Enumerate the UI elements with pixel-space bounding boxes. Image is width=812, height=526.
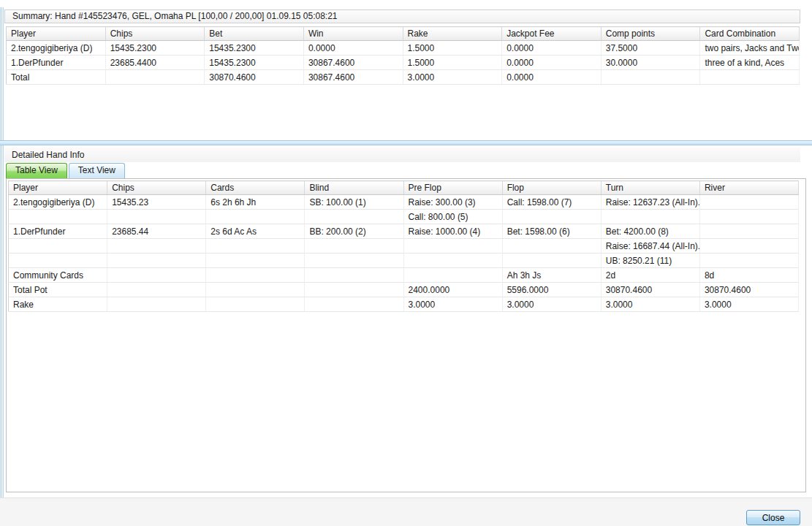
table-cell: 6s 2h 6h Jh xyxy=(206,195,305,210)
table-cell: 2.tengogigiberiya (D) xyxy=(7,41,106,56)
table-cell: 0.0000 xyxy=(502,70,602,85)
column-header[interactable]: Cards xyxy=(206,181,305,195)
table-row[interactable]: Total30870.460030867.46003.00000.0000 xyxy=(7,70,800,85)
table-cell xyxy=(699,195,798,210)
tab-text-view[interactable]: Text View xyxy=(69,163,125,178)
table-cell: 8d xyxy=(699,268,798,283)
column-header[interactable]: Pre Flop xyxy=(403,181,502,195)
table-cell: 3.0000 xyxy=(601,297,699,312)
table-row[interactable]: Community CardsAh 3h Js2d8d xyxy=(9,268,799,283)
table-cell: 15435.23 xyxy=(107,195,206,210)
table-cell: Bet: 1598.00 (6) xyxy=(502,224,601,239)
table-cell: Raise: 12637.23 (All-In)... xyxy=(601,195,699,210)
table-cell xyxy=(502,210,601,224)
table-row[interactable]: UB: 8250.21 (11) xyxy=(9,254,799,268)
table-cell xyxy=(305,239,403,254)
column-header[interactable]: Comp points xyxy=(601,27,700,41)
table-cell: Call: 800.00 (5) xyxy=(403,210,502,224)
table-cell: 1.5000 xyxy=(403,41,502,56)
table-cell: 0.0000 xyxy=(502,56,602,70)
table-cell xyxy=(502,254,601,268)
column-header[interactable]: Jackpot Fee xyxy=(502,27,602,41)
table-cell xyxy=(403,239,502,254)
table-cell: BB: 200.00 (2) xyxy=(305,224,403,239)
table-cell xyxy=(107,297,206,312)
table-cell: 2400.0000 xyxy=(403,283,502,297)
table-cell xyxy=(107,283,206,297)
table-cell: 3.0000 xyxy=(403,70,502,85)
table-cell xyxy=(403,268,502,283)
table-cell xyxy=(305,254,403,268)
table-cell: Ah 3h Js xyxy=(502,268,601,283)
table-cell: Total xyxy=(7,70,106,85)
table-cell: 30870.4600 xyxy=(205,70,304,85)
column-header[interactable]: Player xyxy=(9,181,107,195)
table-cell: SB: 100.00 (1) xyxy=(305,195,403,210)
table-cell xyxy=(206,297,305,312)
table-row[interactable]: 2.tengogigiberiya (D)15435.230015435.230… xyxy=(7,41,800,56)
table-cell: Total Pot xyxy=(9,283,107,297)
table-cell: 1.DerPfunder xyxy=(7,56,106,70)
table-cell: 30.0000 xyxy=(601,56,700,70)
close-button[interactable]: Close xyxy=(746,510,800,525)
column-header[interactable]: Chips xyxy=(105,27,205,41)
table-cell: 30867.4600 xyxy=(303,56,403,70)
column-header[interactable]: Blind xyxy=(305,181,403,195)
table-row[interactable]: Raise: 16687.44 (All-In)... xyxy=(9,239,799,254)
table-cell: Community Cards xyxy=(9,268,107,283)
table-row[interactable]: 1.DerPfunder23685.442s 6d Ac AsBB: 200.0… xyxy=(9,224,799,239)
table-cell xyxy=(305,268,403,283)
detail-panel-title: Detailed Hand Info xyxy=(4,148,800,162)
table-cell: 0.0000 xyxy=(502,41,602,56)
summary-title: Summary: Hand #145523476, GEL, Omaha PL … xyxy=(4,9,800,23)
table-cell: 2s 6d Ac As xyxy=(206,224,305,239)
table-cell: 23685.44 xyxy=(107,224,206,239)
column-header[interactable]: Flop xyxy=(502,181,601,195)
detail-table: PlayerChipsCardsBlindPre FlopFlopTurnRiv… xyxy=(8,180,799,312)
footer-bar: Close xyxy=(0,498,812,526)
table-row[interactable]: Call: 800.00 (5) xyxy=(9,210,799,224)
table-cell: 1.DerPfunder xyxy=(9,224,107,239)
column-header[interactable]: Bet xyxy=(205,27,304,41)
table-cell: 1.5000 xyxy=(403,56,502,70)
column-header[interactable]: Win xyxy=(303,27,403,41)
table-cell: 5596.0000 xyxy=(502,283,601,297)
table-cell xyxy=(206,210,305,224)
tab-table-view[interactable]: Table View xyxy=(6,163,67,178)
table-row[interactable]: 2.tengogigiberiya (D)15435.236s 2h 6h Jh… xyxy=(9,195,799,210)
column-header[interactable]: Card Combination xyxy=(700,27,800,41)
table-cell: UB: 8250.21 (11) xyxy=(601,254,699,268)
table-cell xyxy=(700,70,800,85)
table-cell: two pairs, Jacks and Twos xyxy=(700,41,800,56)
table-cell: 30870.4600 xyxy=(601,283,699,297)
table-cell xyxy=(9,239,107,254)
table-cell xyxy=(107,210,206,224)
column-header[interactable]: Chips xyxy=(107,181,206,195)
table-cell xyxy=(107,239,206,254)
header-row: PlayerChipsBetWinRakeJackpot FeeComp poi… xyxy=(7,27,800,41)
table-row[interactable]: Total Pot2400.00005596.000030870.4600308… xyxy=(9,283,799,297)
hand-summary-dialog: Summary: Hand #145523476, GEL, Omaha PL … xyxy=(0,0,812,526)
column-header[interactable]: Player xyxy=(7,27,106,41)
panel-splitter[interactable] xyxy=(0,140,812,145)
table-cell: Raise: 1000.00 (4) xyxy=(403,224,502,239)
table-cell xyxy=(105,70,205,85)
window-left-frame xyxy=(0,7,4,519)
table-cell xyxy=(305,210,403,224)
column-header[interactable]: Turn xyxy=(601,181,699,195)
table-cell: 2d xyxy=(601,268,699,283)
table-cell xyxy=(699,254,798,268)
header-row: PlayerChipsCardsBlindPre FlopFlopTurnRiv… xyxy=(9,181,799,195)
table-cell xyxy=(502,239,601,254)
table-cell xyxy=(699,224,798,239)
column-header[interactable]: River xyxy=(699,181,798,195)
table-cell: Bet: 4200.00 (8) xyxy=(601,224,699,239)
table-cell xyxy=(601,210,699,224)
table-cell xyxy=(699,239,798,254)
table-cell xyxy=(403,254,502,268)
column-header[interactable]: Rake xyxy=(403,27,502,41)
table-cell xyxy=(107,254,206,268)
table-row[interactable]: 1.DerPfunder23685.440015435.230030867.46… xyxy=(7,56,800,70)
table-row[interactable]: Rake3.00003.00003.00003.0000 xyxy=(9,297,799,312)
table-cell xyxy=(601,70,700,85)
